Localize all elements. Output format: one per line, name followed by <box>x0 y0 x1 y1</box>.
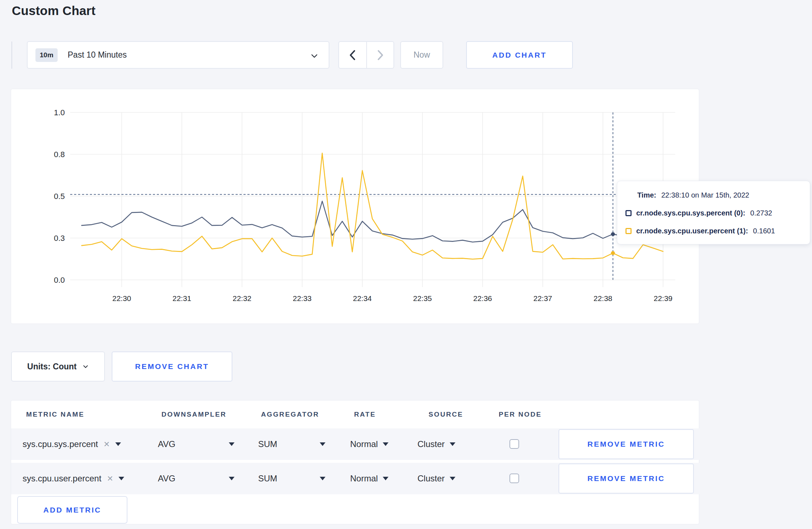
y-tick-label: 0.8 <box>54 150 65 159</box>
units-dropdown[interactable]: Units: Count <box>11 351 105 382</box>
custom-chart-page: Custom Chart 10m Past 10 Minutes Now ADD… <box>0 0 812 529</box>
aggregator-select[interactable]: SUM <box>258 474 277 484</box>
sys-series-swatch-icon <box>625 210 632 216</box>
prev-time-button[interactable] <box>339 42 366 68</box>
y-tick-label: 1.0 <box>54 108 65 117</box>
source-select[interactable]: Cluster <box>417 474 445 484</box>
add-metric-button[interactable]: ADD METRIC <box>17 496 127 524</box>
x-tick-label: 22:36 <box>473 294 492 302</box>
time-range-badge: 10m <box>35 48 58 62</box>
header-per-node: PER NODE <box>499 411 542 418</box>
page-title: Custom Chart <box>12 4 96 18</box>
time-range-label: Past 10 Minutes <box>68 50 127 60</box>
time-range-dropdown[interactable]: 10m Past 10 Minutes <box>27 41 329 69</box>
aggregator-caret-icon[interactable] <box>320 442 325 446</box>
clear-metric-icon[interactable]: × <box>107 474 113 484</box>
clear-metric-icon[interactable]: × <box>104 439 110 449</box>
chevron-right-icon <box>376 49 385 61</box>
crosshair-dot-user <box>611 251 615 255</box>
downsampler-caret-icon[interactable] <box>229 442 235 446</box>
x-tick-label: 22:38 <box>594 294 613 302</box>
x-tick-label: 22:34 <box>353 294 372 302</box>
y-tick-label: 0.0 <box>54 276 65 285</box>
rate-select[interactable]: Normal <box>350 439 378 449</box>
toolbar-divider <box>11 42 12 69</box>
now-button[interactable]: Now <box>400 41 443 69</box>
tooltip-sys-value: 0.2732 <box>750 209 772 217</box>
cpu-usage-chart[interactable]: 22:3022:3122:3222:3322:3422:3522:3622:37… <box>11 89 700 324</box>
tooltip-time-label: Time: <box>637 191 656 199</box>
rate-caret-icon[interactable] <box>383 442 388 446</box>
tooltip-user-value: 0.1601 <box>753 227 775 235</box>
series-line-user <box>82 153 663 259</box>
x-tick-label: 22:35 <box>413 294 432 302</box>
x-tick-label: 22:31 <box>173 294 192 302</box>
tooltip-sys-label: cr.node.sys.cpu.sys.percent (0): <box>636 209 745 217</box>
metric-name-value: sys.cpu.user.percent <box>23 474 101 484</box>
chart-card: 22:3022:3122:3222:3322:3422:3522:3622:37… <box>11 89 699 324</box>
time-pager <box>338 41 394 69</box>
metric-dropdown-caret-icon[interactable] <box>115 442 121 446</box>
chart-tooltip: Time: 22:38:10 on Mar 15th, 2022 cr.node… <box>617 181 810 244</box>
source-select[interactable]: Cluster <box>417 439 445 449</box>
chevron-down-icon <box>82 363 89 370</box>
add-chart-button[interactable]: ADD CHART <box>466 41 573 69</box>
chevron-left-icon <box>348 49 357 61</box>
crosshair-dot-sys <box>611 232 615 236</box>
tooltip-user-label: cr.node.sys.cpu.user.percent (1): <box>636 227 748 235</box>
source-caret-icon[interactable] <box>450 477 455 480</box>
source-caret-icon[interactable] <box>450 442 455 446</box>
remove-chart-button[interactable]: REMOVE CHART <box>112 351 232 382</box>
y-tick-label: 0.5 <box>54 192 65 201</box>
user-series-swatch-icon <box>625 228 632 234</box>
header-source: SOURCE <box>429 411 463 418</box>
downsampler-select[interactable]: AVG <box>158 439 175 449</box>
units-label: Units: Count <box>27 362 77 372</box>
next-time-button[interactable] <box>366 42 393 68</box>
x-tick-label: 22:33 <box>293 294 312 302</box>
metric-dropdown-caret-icon[interactable] <box>119 477 124 480</box>
rate-select[interactable]: Normal <box>350 474 378 484</box>
tooltip-time-value: 22:38:10 on Mar 15th, 2022 <box>661 191 749 199</box>
header-metric-name: METRIC NAME <box>26 411 84 418</box>
metric-name-value: sys.cpu.sys.percent <box>23 439 98 449</box>
header-aggregator: AGGREGATOR <box>261 411 319 418</box>
per-node-checkbox[interactable] <box>509 474 519 483</box>
rate-caret-icon[interactable] <box>383 477 388 480</box>
x-tick-label: 22:32 <box>233 294 252 302</box>
x-tick-label: 22:30 <box>112 294 131 302</box>
remove-metric-button[interactable]: REMOVE METRIC <box>559 464 694 494</box>
header-downsampler: DOWNSAMPLER <box>161 411 227 418</box>
header-rate: RATE <box>354 411 376 418</box>
downsampler-select[interactable]: AVG <box>158 474 175 484</box>
x-tick-label: 22:37 <box>533 294 552 302</box>
series-line-sys <box>82 201 663 242</box>
aggregator-caret-icon[interactable] <box>320 477 325 480</box>
downsampler-caret-icon[interactable] <box>229 477 235 480</box>
remove-metric-button[interactable]: REMOVE METRIC <box>559 429 694 459</box>
chevron-down-icon <box>310 52 319 62</box>
y-tick-label: 0.3 <box>54 234 65 243</box>
aggregator-select[interactable]: SUM <box>258 439 277 449</box>
per-node-checkbox[interactable] <box>509 439 519 449</box>
x-tick-label: 22:39 <box>654 294 673 302</box>
